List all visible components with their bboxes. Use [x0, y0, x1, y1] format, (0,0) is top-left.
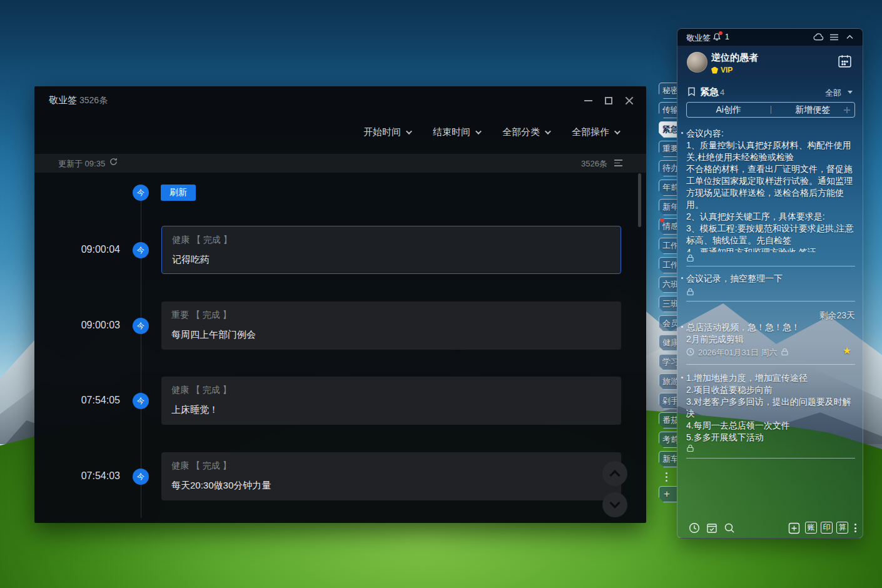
- more-options-icon[interactable]: [854, 524, 856, 532]
- tab-tomato[interactable]: 番茄: [659, 412, 677, 428]
- note-line: 标高、轴线位置。先自检签: [686, 235, 855, 246]
- refresh-icon[interactable]: [109, 158, 118, 168]
- ai-create-button[interactable]: Ai创作: [687, 104, 771, 116]
- scroll-up-button[interactable]: [602, 461, 627, 486]
- avatar[interactable]: [687, 52, 707, 73]
- tab-class-six[interactable]: 六班: [659, 276, 677, 293]
- filter-start-label: 开始时间: [363, 126, 401, 138]
- scrollbar-thumb[interactable]: [638, 173, 641, 227]
- note-line: 5.多多开展线下活动: [686, 432, 855, 444]
- tab-health[interactable]: 健康: [659, 335, 677, 351]
- refresh-button[interactable]: 刷新: [161, 185, 196, 201]
- note-line: 方现场见证取样送检，送检合格后方能使: [686, 187, 855, 199]
- tab-label: 新年: [662, 201, 677, 213]
- entry-today-badge: 今: [133, 318, 149, 334]
- chevron-down-icon: [610, 498, 621, 509]
- urgent-note-3[interactable]: 总店活动视频，急！急！急！ 2月前完成剪辑: [686, 322, 855, 345]
- tab-label: 传输: [662, 104, 677, 116]
- menu-icon[interactable]: [829, 33, 839, 44]
- note-bullet: [681, 277, 683, 279]
- tab-label: 工作: [662, 240, 677, 251]
- tab-study[interactable]: 学习: [659, 354, 677, 370]
- filter-action-label: 全部操作: [572, 126, 609, 138]
- close-button[interactable]: [621, 93, 637, 109]
- tab-label: 学习: [662, 357, 677, 368]
- filter-action[interactable]: 全部操作: [572, 126, 619, 138]
- tab-emotion[interactable]: 情感: [659, 218, 677, 235]
- sticky-panel: 敬业签 1 逆位的愚者 VIP: [677, 28, 863, 539]
- notification-dot: [719, 31, 722, 35]
- tab-label: 旅游: [662, 376, 677, 387]
- todo-check-icon[interactable]: [706, 522, 717, 536]
- tab-newyear[interactable]: 新年: [659, 199, 677, 215]
- note-status: 【 完成 】: [192, 235, 232, 245]
- note-card[interactable]: 健康 【 完成 】 每天20:30做30分钟力量: [161, 452, 621, 500]
- search-icon[interactable]: [724, 522, 735, 536]
- vip-badge: VIP: [711, 66, 732, 74]
- account-book-button[interactable]: 账: [805, 522, 817, 534]
- user-row: 逆位的愚者 VIP: [677, 46, 863, 79]
- tab-secret[interactable]: 秘密: [659, 83, 677, 99]
- calculator-button[interactable]: 算: [836, 522, 848, 534]
- maximize-button[interactable]: [601, 93, 617, 109]
- collapse-icon[interactable]: [846, 33, 854, 44]
- caret-down-icon: [848, 91, 853, 94]
- tab-shopping[interactable]: 剁手: [659, 393, 677, 409]
- filter-end-time[interactable]: 结束时间: [433, 126, 480, 138]
- list-view-icon[interactable]: [614, 160, 622, 166]
- note-line: 3.对老客户多多回访，提出的问题要及时解: [686, 396, 855, 408]
- scroll-down-button[interactable]: [602, 492, 627, 517]
- note-bullet: [681, 132, 683, 134]
- urgent-note-1[interactable]: 会议内容: 1、质量控制:认真把好原材料、构配件使用 关,杜绝使用未经检验或检验…: [686, 128, 855, 252]
- note-card[interactable]: 健康 【 完成 】 上床睡觉！: [161, 377, 621, 425]
- tab-todo[interactable]: 待办: [659, 160, 677, 176]
- print-button[interactable]: 印: [821, 522, 833, 534]
- more-tabs-icon[interactable]: [659, 470, 677, 483]
- tab-exam[interactable]: 考前: [659, 432, 677, 448]
- cloud-sync-icon[interactable]: [813, 33, 824, 44]
- add-note-icon[interactable]: [788, 522, 800, 537]
- desktop: 敬业签 3526条 开始时间 结束时间 全部分类 全部操作 更新于 09:35 …: [0, 0, 882, 588]
- drag-grip-icon[interactable]: [844, 107, 850, 113]
- note-bullet: [681, 377, 683, 378]
- tab-urgent-selected[interactable]: 紧急: [659, 121, 677, 138]
- urgent-note-2[interactable]: 会议记录，抽空整理一下: [686, 273, 855, 285]
- entry-time: 07:54:05: [73, 395, 120, 406]
- tab-work-1[interactable]: 工作: [659, 238, 677, 254]
- note-line: 4、要通知甲方和监理方验收 签证: [686, 246, 855, 252]
- tab-class-three[interactable]: 三班: [659, 296, 677, 312]
- filter-category[interactable]: 全部分类: [502, 126, 549, 138]
- note-card[interactable]: 健康 【 完成 】 记得吃药: [161, 226, 621, 274]
- chevron-down-icon: [614, 128, 621, 134]
- tab-label: 考前: [662, 434, 677, 445]
- urgent-note-4[interactable]: 1.增加地推力度，增加宣传途径 2.项目收益要稳步向前 3.对老客户多多回访，提…: [686, 372, 855, 444]
- lock-icon: [686, 444, 694, 455]
- tab-before-newyear[interactable]: 年前: [659, 180, 677, 196]
- tab-label: 紧急: [662, 124, 677, 135]
- time-reminder-icon[interactable]: [689, 522, 700, 536]
- tab-label: 待办: [662, 163, 677, 174]
- note-status: 【 完成 】: [191, 460, 231, 470]
- note-line: 2、认真把好关键工序，具体要求是:: [686, 211, 855, 223]
- list-filter[interactable]: 全部: [825, 88, 841, 99]
- vip-gem-icon: [711, 67, 718, 74]
- tab-member[interactable]: 会员: [659, 315, 677, 332]
- bell-icon[interactable]: [712, 33, 721, 44]
- panel-toolbar: 账 印 算: [677, 519, 863, 539]
- new-note-button[interactable]: 新增便签: [771, 104, 855, 116]
- note-card-meta: 重要 【 完成 】: [171, 310, 611, 321]
- tab-newcar[interactable]: 新车: [659, 451, 677, 467]
- tab-important[interactable]: 重要: [659, 141, 677, 157]
- note-line: 决: [686, 408, 855, 420]
- minimize-button[interactable]: [580, 93, 596, 109]
- filter-start-time[interactable]: 开始时间: [363, 126, 410, 138]
- tab-travel[interactable]: 旅游: [659, 373, 677, 390]
- chevron-down-icon: [475, 128, 482, 134]
- tab-transfer[interactable]: 传输: [659, 102, 677, 118]
- tab-work-2[interactable]: 工作: [659, 257, 677, 273]
- add-category-tab[interactable]: +: [659, 486, 677, 502]
- note-line: 工单位按国家规定取样进行试验。通知监理: [686, 175, 855, 187]
- note-card[interactable]: 重要 【 完成 】 每周四上午部门例会: [161, 302, 621, 350]
- calendar-icon[interactable]: [837, 53, 853, 71]
- star-icon[interactable]: ★: [843, 345, 851, 357]
